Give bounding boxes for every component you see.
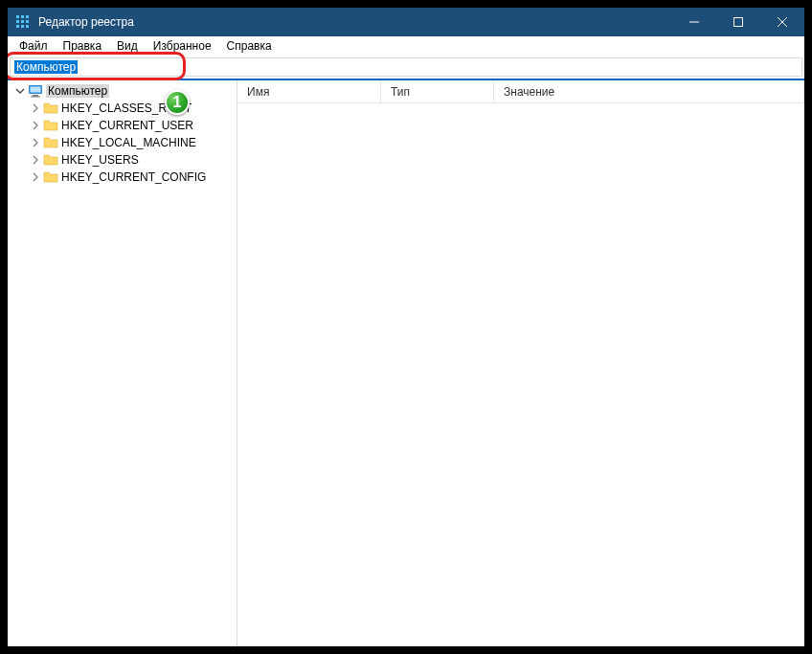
menu-file[interactable]: Файл <box>11 38 56 54</box>
folder-icon <box>43 101 58 116</box>
tree-item-hkcc[interactable]: HKEY_CURRENT_CONFIG <box>8 169 237 186</box>
tree-item-label: HKEY_CURRENT_CONFIG <box>61 170 206 184</box>
tree-item-hklm[interactable]: HKEY_LOCAL_MACHINE <box>8 134 237 151</box>
computer-icon <box>28 83 43 99</box>
folder-icon <box>43 152 58 168</box>
maximize-button[interactable] <box>716 8 760 36</box>
svg-rect-10 <box>734 18 743 27</box>
svg-rect-4 <box>21 20 24 23</box>
tree-item-label: HKEY_LOCAL_MACHINE <box>61 136 196 149</box>
menu-favorites[interactable]: Избранное <box>146 38 219 54</box>
tree-item-hkcr[interactable]: HKEY_CLASSES_ROOT <box>8 100 237 117</box>
menu-edit[interactable]: Правка <box>56 38 110 54</box>
chevron-right-icon[interactable] <box>29 101 42 115</box>
chevron-right-icon[interactable] <box>29 119 42 132</box>
svg-rect-14 <box>31 87 41 93</box>
tree-root-label: Компьютер <box>46 84 109 98</box>
chevron-right-icon[interactable] <box>29 136 42 149</box>
svg-rect-16 <box>31 97 40 98</box>
svg-rect-5 <box>26 20 29 23</box>
tree-root[interactable]: Компьютер <box>8 82 237 100</box>
tree-item-hku[interactable]: HKEY_USERS <box>8 151 237 169</box>
column-name[interactable]: Имя <box>237 80 381 102</box>
tree-item-label: HKEY_CURRENT_USER <box>61 119 193 132</box>
svg-rect-7 <box>21 25 24 28</box>
svg-rect-2 <box>26 15 29 18</box>
svg-rect-1 <box>21 15 24 18</box>
callout-badge: 1 <box>165 90 190 115</box>
svg-rect-8 <box>26 25 29 28</box>
minimize-button[interactable] <box>672 8 716 36</box>
folder-icon <box>43 135 58 150</box>
folder-icon <box>43 118 58 133</box>
close-button[interactable] <box>760 8 804 36</box>
folder-icon <box>43 169 58 185</box>
column-value[interactable]: Значение <box>494 80 804 102</box>
app-icon <box>15 14 31 30</box>
list-header: Имя Тип Значение <box>237 80 804 103</box>
svg-rect-3 <box>16 20 19 23</box>
column-type[interactable]: Тип <box>381 80 494 102</box>
tree-item-hkcu[interactable]: HKEY_CURRENT_USER <box>8 117 237 134</box>
svg-rect-15 <box>33 95 38 97</box>
list-body[interactable] <box>237 103 804 646</box>
tree-item-label: HKEY_USERS <box>61 153 139 167</box>
svg-rect-6 <box>16 25 19 28</box>
svg-rect-0 <box>16 15 19 18</box>
tree-pane: Компьютер HKEY_CLASSES_ROOT HKEY_CURRENT… <box>8 80 237 646</box>
address-bar-value: Компьютер <box>14 60 78 74</box>
title-bar: Редактор реестра <box>8 8 804 36</box>
menu-bar: Файл Правка Вид Избранное Справка <box>8 36 804 56</box>
chevron-right-icon[interactable] <box>29 153 42 167</box>
address-bar[interactable]: Компьютер <box>10 57 802 77</box>
chevron-down-icon[interactable] <box>13 84 27 98</box>
menu-view[interactable]: Вид <box>109 38 146 54</box>
main-split: Компьютер HKEY_CLASSES_ROOT HKEY_CURRENT… <box>8 80 804 646</box>
window-title: Редактор реестра <box>38 15 134 29</box>
list-pane: Имя Тип Значение <box>237 80 804 646</box>
chevron-right-icon[interactable] <box>29 170 42 184</box>
menu-help[interactable]: Справка <box>219 38 280 54</box>
address-bar-container: Компьютер <box>8 56 804 80</box>
